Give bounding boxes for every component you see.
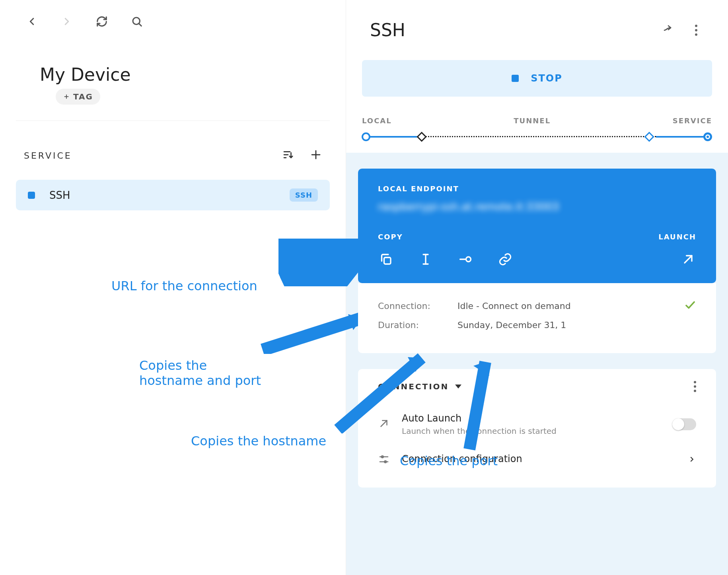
stop-icon [512,75,519,82]
chevron-right-icon [687,455,696,465]
status-service-label: SERVICE [673,117,712,125]
chevron-down-icon[interactable] [455,385,461,389]
svg-line-20 [685,256,692,263]
connection-heading: CONNECTION [378,382,449,391]
endpoint-card: LOCAL ENDPOINT raspberrypi-ssh.at.remote… [358,169,716,283]
status-node-service [703,132,712,141]
connection-label: Connection: [378,301,457,311]
detail-panel: LOCAL ENDPOINT raspberrypi-ssh.at.remote… [346,153,728,575]
status-tunnel-label: TUNNEL [514,117,551,125]
copy-label: COPY [378,233,403,241]
service-name: SSH [49,189,290,201]
annotation-url: URL for the connection [111,278,257,293]
launch-icon [378,418,402,431]
copy-link-button[interactable] [497,251,513,267]
endpoint-value[interactable]: raspberrypi-ssh.at.remote.it:33003 [378,201,696,213]
svg-line-21 [381,421,387,427]
duration-value: Sunday, December 31, 1 [457,320,696,330]
refresh-button[interactable] [94,14,110,29]
add-service-button[interactable] [310,149,322,162]
connection-more-button[interactable] [694,381,696,392]
forward-button [59,14,75,29]
service-type-badge: SSH [290,188,318,202]
toolbar [0,0,346,43]
connection-settings-card: CONNECTION Auto Launch Launch when the c… [358,369,716,488]
device-name: My Device [0,43,346,89]
auto-launch-row: Auto Launch Launch when the connection i… [378,404,696,445]
copy-host-port-button[interactable] [378,251,394,267]
copy-hostname-button[interactable] [418,251,434,267]
connection-config-title: Connection configuration [402,453,522,464]
status-node-tunnel-left [417,132,426,142]
connection-value: Idle - Connect on demand [457,301,684,311]
service-status-icon [28,192,35,199]
search-button[interactable] [129,14,145,29]
stop-label: STOP [531,73,563,84]
tag-label: TAG [73,92,93,101]
svg-point-19 [466,257,471,262]
svg-line-1 [139,24,142,26]
share-button[interactable] [660,22,676,38]
connection-info-card: Connection: Idle - Connect on demand Dur… [358,283,716,353]
page-title: SSH [370,20,648,40]
auto-launch-toggle[interactable] [672,418,696,430]
status-node-tunnel-right [644,132,654,142]
sort-button[interactable] [282,149,294,162]
status-labels: LOCAL TUNNEL SERVICE [346,105,728,129]
more-menu-button[interactable] [688,22,704,38]
back-button[interactable] [24,14,40,29]
launch-button[interactable] [680,251,696,267]
status-track [362,133,712,141]
duration-label: Duration: [378,320,457,330]
svg-rect-14 [384,258,391,264]
auto-launch-title: Auto Launch [402,413,557,424]
annotation-copy-host-port: Copies the hostname and port [139,358,261,388]
status-node-local [362,132,370,141]
launch-label: LAUNCH [658,233,696,241]
service-heading: SERVICE [24,151,72,161]
service-row[interactable]: SSH SSH [16,180,330,210]
auto-launch-sub: Launch when the connection is started [402,426,557,436]
connection-config-row[interactable]: Connection configuration [378,445,696,476]
add-tag-button[interactable]: TAG [56,89,100,105]
stop-button[interactable]: STOP [362,60,712,97]
status-local-label: LOCAL [362,117,392,125]
sliders-icon [378,453,402,467]
copy-port-button[interactable] [457,251,473,267]
annotation-copy-hostname: Copies the hostname [191,433,326,449]
endpoint-label: LOCAL ENDPOINT [378,185,696,193]
check-icon [684,299,696,313]
